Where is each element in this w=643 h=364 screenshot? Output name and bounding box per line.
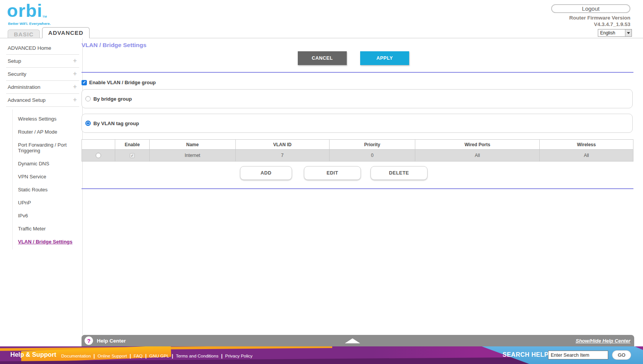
dropdown-arrow-icon[interactable] (625, 29, 632, 36)
language-selected-value: English (598, 30, 625, 36)
row-select-radio[interactable] (96, 153, 101, 158)
sidebar-item-vpn-service[interactable]: VPN Service (6, 174, 77, 180)
sidebar-item-router-ap-mode[interactable]: Router / AP Mode (6, 129, 77, 135)
row-vlan-id-cell: 7 (235, 150, 329, 162)
enable-column-header: Enable (115, 140, 149, 150)
priority-column-header: Priority (329, 140, 415, 150)
tab-basic[interactable]: BASIC (8, 29, 40, 38)
enable-vlan-checkbox[interactable] (82, 80, 87, 85)
section-divider (82, 188, 633, 189)
collapse-arrow-icon[interactable] (345, 338, 360, 343)
advanced-setup-subnav: Wireless Settings Router / AP Mode Port … (6, 107, 79, 245)
row-enable-checkbox (130, 153, 135, 158)
sidebar-item-wireless-settings[interactable]: Wireless Settings (6, 116, 77, 122)
show-hide-help-link[interactable]: Show/Hide Help Center (576, 338, 630, 344)
by-bridge-group-radio[interactable] (85, 96, 91, 101)
tabs-underline-divider (0, 38, 643, 38)
help-question-icon[interactable]: ? (85, 336, 93, 345)
row-priority-cell: 0 (329, 150, 415, 162)
search-help-label: SEARCH HELP (503, 351, 548, 358)
firmware-version-value: V4.3.4.7_1.9.53 (569, 21, 630, 28)
help-and-support-label: Help & Support (10, 351, 56, 358)
logo-tagline: Better WiFi. Everywhere. (8, 21, 51, 26)
router-admin-page: orbiTM Better WiFi. Everywhere. Logout R… (0, 0, 643, 364)
wired-ports-column-header: Wired Ports (415, 140, 540, 150)
firmware-info: Router Firmware Version V4.3.4.7_1.9.53 (569, 15, 630, 28)
firmware-version-label: Router Firmware Version (569, 15, 630, 21)
link-separator: | (172, 353, 173, 359)
vlan-id-column-header: VLAN ID (235, 140, 329, 150)
vlan-table: Enable Name VLAN ID Priority Wired Ports… (82, 139, 633, 162)
sidebar-item-setup[interactable]: Setup + (6, 55, 79, 68)
expand-plus-icon[interactable]: + (73, 57, 77, 65)
link-separator: | (93, 353, 95, 359)
sidebar-nav: ADVANCED Home Setup + Security + Adminis… (6, 42, 79, 252)
select-column-header (82, 140, 115, 150)
help-center-bar: ? Help Center Show/Hide Help Center (82, 335, 634, 346)
sidebar-item-label: Setup (8, 58, 21, 64)
enable-vlan-label: Enable VLAN / Bridge group (89, 80, 156, 85)
footer-link-documentation[interactable]: Documentation (61, 354, 91, 358)
link-separator: | (145, 353, 147, 359)
sidebar-item-port-forwarding[interactable]: Port Forwarding / Port Triggering (6, 142, 77, 153)
logout-button[interactable]: Logout (551, 4, 630, 13)
tab-advanced[interactable]: ADVANCED (42, 27, 90, 38)
trademark-mark: TM (42, 15, 47, 18)
orbi-logo: orbiTM (7, 0, 47, 21)
sidebar-item-label: Administration (8, 84, 41, 90)
by-bridge-group-option[interactable]: By bridge group (82, 89, 633, 108)
search-help-input[interactable] (548, 351, 608, 359)
go-button[interactable]: GO (612, 350, 631, 360)
expand-plus-icon[interactable]: + (73, 70, 77, 78)
row-select-cell (82, 150, 115, 162)
sidebar-item-dynamic-dns[interactable]: Dynamic DNS (6, 161, 77, 166)
wireless-column-header: Wireless (540, 140, 633, 150)
link-separator: | (221, 353, 223, 359)
footer-link-gnu-gpl[interactable]: GNU GPL (149, 354, 169, 358)
help-center-title: Help Center (97, 338, 126, 344)
sidebar-item-label: Security (8, 71, 26, 77)
sidebar-item-traffic-meter[interactable]: Traffic Meter (6, 226, 77, 232)
footer-links: Documentation | Online Support | FAQ | G… (61, 353, 253, 359)
delete-button[interactable]: DELETE (370, 166, 428, 180)
sidebar-item-label: ADVANCED Home (8, 45, 51, 51)
footer-link-privacy[interactable]: Privacy Policy (225, 354, 253, 358)
sidebar-item-vlan-bridge-settings[interactable]: VLAN / Bridge Settings (6, 239, 77, 245)
sidebar-item-label: Advanced Setup (8, 97, 46, 103)
link-separator: | (130, 353, 131, 359)
name-column-header: Name (149, 140, 235, 150)
language-select[interactable]: English (598, 29, 632, 37)
apply-button[interactable]: APPLY (360, 51, 409, 65)
section-divider (82, 72, 633, 73)
footer-link-online-support[interactable]: Online Support (98, 354, 127, 358)
edit-button[interactable]: EDIT (304, 166, 361, 180)
table-header-row: Enable Name VLAN ID Priority Wired Ports… (82, 140, 633, 150)
by-vlan-tag-group-radio[interactable] (85, 121, 91, 126)
sidebar-item-administration[interactable]: Administration + (6, 81, 79, 94)
subnav-divider (12, 109, 13, 250)
orbi-logo-text: orbi (7, 0, 42, 21)
table-row: Internet 7 0 All All (82, 150, 633, 162)
sidebar-item-security[interactable]: Security + (6, 68, 79, 81)
sidebar-item-static-routes[interactable]: Static Routes (6, 187, 77, 193)
by-vlan-tag-group-option[interactable]: By VLAN tag group (82, 114, 633, 133)
cancel-button[interactable]: CANCEL (298, 51, 347, 65)
footer-link-faq[interactable]: FAQ (134, 354, 142, 358)
sidebar-item-upnp[interactable]: UPnP (6, 200, 77, 206)
expand-plus-icon[interactable]: + (73, 96, 77, 104)
page-title: VLAN / Bridge Settings (82, 42, 147, 49)
enable-vlan-row: Enable VLAN / Bridge group (82, 80, 156, 85)
row-wireless-cell: All (540, 150, 633, 162)
sidebar-item-advanced-setup[interactable]: Advanced Setup + (6, 94, 79, 107)
add-button[interactable]: ADD (240, 166, 292, 180)
row-name-cell: Internet (149, 150, 235, 162)
row-wired-ports-cell: All (415, 150, 540, 162)
sidebar-item-advanced-home[interactable]: ADVANCED Home (6, 42, 79, 55)
by-bridge-group-label: By bridge group (93, 96, 132, 102)
sidebar-item-ipv6[interactable]: IPv6 (6, 213, 77, 219)
expand-plus-icon[interactable]: + (73, 83, 77, 91)
footer-link-terms[interactable]: Terms and Conditions (176, 354, 218, 358)
row-enable-cell (115, 150, 149, 162)
by-vlan-tag-group-label: By VLAN tag group (93, 121, 139, 126)
